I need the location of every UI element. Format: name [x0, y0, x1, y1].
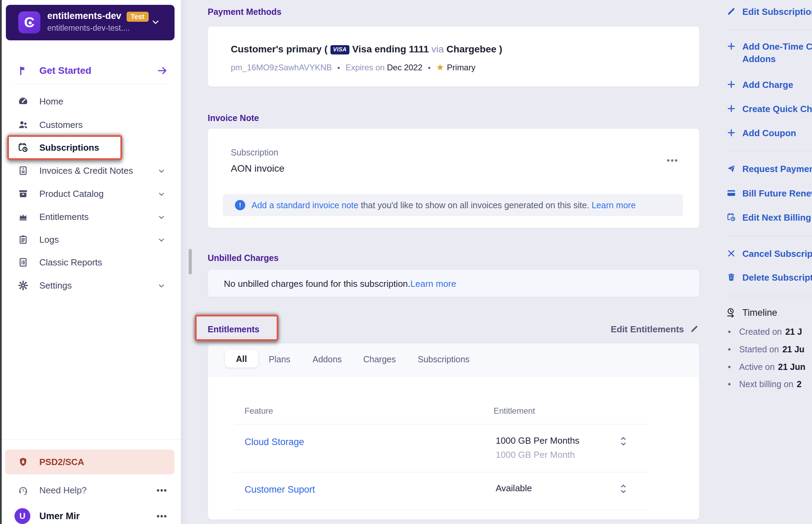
banner-middle-text: that you'd like to show on all invoices … [358, 200, 592, 210]
bullet-icon: • [728, 379, 731, 389]
payment-mid: Visa ending 1111 [352, 44, 429, 54]
timeline-value: 21 Ju [782, 344, 804, 354]
expires-label: Expires on [346, 63, 385, 72]
column-header-feature: Feature [245, 406, 273, 416]
edit-entitlements-button[interactable]: Edit Entitlements [553, 324, 699, 335]
value-stepper-icon[interactable] [620, 436, 627, 447]
crown-icon [17, 211, 29, 223]
user-name: Umer Mir [39, 511, 80, 522]
timeline-entry: •Active on21 Jun [728, 362, 805, 372]
primary-label: Primary [447, 63, 476, 72]
dot-separator: • [337, 63, 340, 72]
edit-entitlements-label: Edit Entitlements [611, 324, 684, 334]
shield-lock-icon [17, 456, 29, 468]
org-subtitle: entitlements-dev-test.... [47, 23, 130, 33]
sidebar-item-label: Home [39, 96, 63, 107]
add-charge-action[interactable]: Add Charge [726, 79, 793, 91]
more-options-icon[interactable]: ••• [667, 155, 679, 165]
org-switcher[interactable]: C entitlements-dev Test entitlements-dev… [6, 5, 175, 40]
sidebar-item-user[interactable]: U Umer Mir ••• [12, 505, 168, 524]
sidebar-item-label: Get Started [39, 65, 91, 76]
action-label: Delete Subscripti [742, 271, 812, 284]
subscription-label: Subscription [231, 148, 278, 158]
table-divider [235, 472, 650, 472]
sidebar-item-invoices[interactable]: Invoices & Credit Notes [12, 159, 168, 182]
sidebar-item-label: Customers [39, 120, 83, 130]
delete-subscription-action[interactable]: Delete Subscripti [726, 271, 812, 284]
timeline-label: Next billing on [739, 379, 793, 389]
banner-text: Add a standard invoice note that you'd l… [251, 200, 636, 210]
create-quick-charge-action[interactable]: Create Quick Cha [726, 103, 812, 115]
sidebar-item-home[interactable]: Home [12, 90, 168, 113]
sidebar-item-classic-reports[interactable]: Classic Reports [12, 251, 168, 274]
tab-charges[interactable]: Charges [363, 354, 396, 364]
timeline-label: Started on [739, 344, 779, 354]
action-label: Request Payment [742, 163, 812, 175]
flag-icon [17, 65, 29, 77]
more-options-icon[interactable]: ••• [157, 511, 167, 521]
add-coupon-action[interactable]: Add Coupon [726, 127, 796, 139]
entitlements-title: Entitlements [208, 324, 259, 334]
plus-icon [726, 79, 737, 90]
timeline-label: Active on [739, 362, 775, 372]
sidebar: C entitlements-dev Test entitlements-dev… [0, 0, 181, 524]
chevron-down-icon[interactable] [151, 17, 160, 27]
sidebar-item-psd2[interactable]: PSD2/SCA [5, 450, 175, 474]
add-invoice-note-link[interactable]: Add a standard invoice note [251, 200, 358, 210]
action-label: Bill Future Renew [742, 187, 812, 200]
trash-icon [726, 271, 737, 283]
bill-future-renewals-action[interactable]: Bill Future Renew [726, 187, 812, 200]
tab-plans[interactable]: Plans [269, 354, 290, 364]
sidebar-item-label: Invoices & Credit Notes [39, 165, 133, 176]
sidebar-item-customers[interactable]: Customers [12, 113, 168, 136]
sidebar-item-settings[interactable]: Settings [12, 274, 168, 297]
sidebar-item-label: Subscriptions [39, 142, 99, 153]
add-one-time-addons-action[interactable]: Add One-Time ChAddons [726, 40, 812, 65]
sidebar-footer-divider [0, 440, 181, 440]
edit-subscription-action[interactable]: Edit Subscription [726, 6, 812, 18]
sidebar-item-entitlements[interactable]: Entitlements [12, 205, 168, 228]
learn-more-link[interactable]: Learn more [410, 279, 456, 289]
org-name: entitlements-dev [47, 11, 121, 21]
bullet-icon: • [728, 362, 731, 372]
arrow-right-icon[interactable] [156, 65, 168, 77]
sidebar-item-subscriptions[interactable]: Subscriptions [12, 136, 168, 159]
timeline-value: 21 J [785, 327, 802, 336]
request-payment-action[interactable]: Request Payment [726, 163, 812, 175]
invoice-note-banner: ! Add a standard invoice note that you'd… [223, 194, 683, 216]
sidebar-item-logs[interactable]: Logs [12, 228, 168, 251]
timeline-icon [726, 307, 737, 319]
chevron-down-icon [157, 236, 166, 244]
sidebar-item-need-help[interactable]: ? Need Help? ••• [12, 479, 168, 502]
tab-all[interactable]: All [225, 350, 258, 367]
credit-card-icon [726, 187, 737, 199]
entitlement-value: Available [496, 483, 532, 494]
table-divider [235, 510, 650, 510]
plus-icon [726, 40, 737, 52]
timeline-entry: •Created on21 J [728, 327, 802, 337]
learn-more-link[interactable]: Learn more [592, 200, 636, 210]
more-options-icon[interactable]: ••• [157, 485, 167, 495]
payment-methods-title: Payment Methods [208, 7, 281, 17]
scrollbar-thumb[interactable] [189, 249, 192, 274]
edit-next-billing-date-action[interactable]: Edit Next Billing D [726, 211, 812, 224]
help-label: Need Help? [39, 485, 87, 496]
dot-separator: • [428, 63, 431, 72]
feature-link[interactable]: Cloud Storage [245, 437, 304, 447]
value-stepper-icon[interactable] [620, 483, 627, 494]
entitlement-subvalue: 1000 GB Per Month [496, 450, 575, 460]
calendar-clock-icon [726, 211, 737, 223]
rail-divider [728, 296, 812, 296]
rail-divider [728, 236, 812, 236]
tab-addons[interactable]: Addons [313, 354, 342, 364]
sidebar-item-get-started[interactable]: Get Started [12, 59, 168, 82]
gauge-icon [17, 95, 29, 107]
feature-link[interactable]: Customer Suport [245, 484, 315, 495]
visa-badge-icon: VISA [330, 45, 349, 54]
tab-subscriptions[interactable]: Subscriptions [418, 354, 469, 364]
sidebar-item-product-catalog[interactable]: Product Catalog [12, 182, 168, 205]
avatar: U [14, 508, 30, 524]
action-label: Edit Subscription [742, 6, 812, 18]
action-label: Edit Next Billing D [742, 211, 812, 224]
cancel-subscription-action[interactable]: Cancel Subscripti [726, 248, 812, 260]
